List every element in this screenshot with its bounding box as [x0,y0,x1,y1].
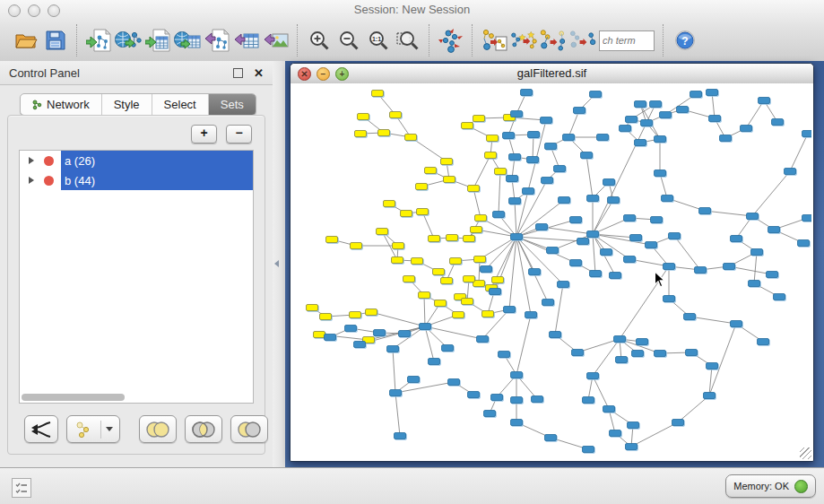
graph-node[interactable] [767,272,778,278]
graph-node[interactable] [570,217,582,223]
graph-node-selected[interactable] [405,135,417,141]
graph-node[interactable] [503,133,515,139]
add-set-button[interactable]: + [191,125,217,143]
graph-node[interactable] [590,271,602,277]
graph-node[interactable] [749,281,760,287]
graph-node-selected[interactable] [393,243,404,249]
select-first-neighbors-button[interactable] [508,23,538,57]
graph-node[interactable] [616,357,628,363]
graph-node[interactable] [390,390,402,396]
graph-node[interactable] [686,350,698,356]
tab-select[interactable]: Select [152,94,208,115]
graph-node-selected[interactable] [464,276,475,282]
graph-node-selected[interactable] [384,201,395,207]
graph-node[interactable] [646,242,657,248]
graph-node[interactable] [603,179,615,186]
graph-node[interactable] [477,336,489,343]
graph-node[interactable] [525,312,537,318]
graph-node[interactable] [651,217,663,223]
graph-node[interactable] [704,393,716,399]
graph-node[interactable] [541,117,552,124]
graph-node[interactable] [655,136,666,143]
graph-node[interactable] [542,300,554,306]
tab-network[interactable]: Network [21,94,101,115]
graph-node[interactable] [325,335,336,341]
expand-arrow-icon[interactable] [29,157,34,164]
graph-node[interactable] [635,140,646,146]
graph-node-selected[interactable] [320,314,332,320]
graph-node[interactable] [768,227,780,233]
graph-node[interactable] [655,170,666,177]
graph-node[interactable] [511,234,523,240]
export-image-button[interactable] [261,23,291,57]
graph-node[interactable] [684,314,696,320]
open-session-button[interactable] [11,23,40,57]
graph-node[interactable] [547,248,559,254]
search-input[interactable] [599,30,655,51]
graph-node[interactable] [632,351,644,357]
graph-node[interactable] [590,91,602,98]
graph-node[interactable] [511,372,523,378]
graph-node-selected[interactable] [492,277,504,283]
graph-node[interactable] [550,332,561,338]
graph-node[interactable] [669,233,681,239]
hide-selection-button[interactable] [568,23,597,57]
graph-node-selected[interactable] [435,300,447,307]
graph-node[interactable] [399,331,411,337]
graph-node[interactable] [559,197,570,204]
graph-node-selected[interactable] [450,258,462,265]
graph-node-selected[interactable] [444,177,455,183]
graph-node[interactable] [662,196,673,202]
graph-node[interactable] [587,231,599,238]
set-row[interactable]: b (44) [20,170,253,190]
graph-node[interactable] [345,326,357,332]
graph-node[interactable] [802,215,812,222]
graph-node[interactable] [720,135,732,142]
apply-layout-button[interactable] [436,23,465,57]
graph-node[interactable] [747,213,759,220]
graph-node-selected[interactable] [416,184,428,190]
graph-node-selected[interactable] [412,258,423,265]
graph-node[interactable] [601,249,612,256]
panel-splitter[interactable] [273,61,286,468]
graph-node-selected[interactable] [372,91,384,97]
graph-node[interactable] [798,240,810,247]
graph-node[interactable] [635,101,646,108]
float-panel-icon[interactable] [233,68,243,78]
graph-node-selected[interactable] [417,209,429,215]
graph-node-selected[interactable] [358,114,369,120]
graph-node[interactable] [583,447,594,453]
graph-node-selected[interactable] [473,116,485,122]
difference-sets-button[interactable] [230,415,268,443]
expand-arrow-icon[interactable] [29,177,34,184]
graph-node[interactable] [509,198,521,204]
network-window-titlebar[interactable]: ✕ − + galFiltered.sif [291,64,813,84]
collapse-panel-arrow-icon[interactable] [274,260,279,267]
graph-node-selected[interactable] [378,130,390,136]
intersect-sets-button[interactable] [185,415,222,443]
graph-node[interactable] [603,406,615,413]
dropdown-caret-icon[interactable] [106,427,113,431]
graph-node[interactable] [758,339,769,345]
graph-node[interactable] [699,208,711,214]
graph-node[interactable] [608,197,620,204]
graph-node[interactable] [491,395,503,401]
graph-node[interactable] [707,90,718,96]
graph-node[interactable] [574,108,585,114]
graph-node[interactable] [759,98,770,104]
network-graph[interactable] [291,83,811,459]
graph-node-selected[interactable] [447,235,458,241]
graph-node[interactable] [664,296,675,302]
graph-node[interactable] [677,107,689,113]
graph-node[interactable] [731,236,742,242]
graph-node[interactable] [532,396,543,403]
graph-node-selected[interactable] [441,278,453,284]
graph-node-selected[interactable] [462,299,473,305]
create-set-from-selection-button[interactable] [66,415,120,443]
graph-node-selected[interactable] [392,257,403,264]
graph-node[interactable] [468,392,480,398]
graph-node[interactable] [626,444,638,450]
graph-node[interactable] [626,117,638,123]
import-table-file-button[interactable] [143,23,172,57]
network-window[interactable]: ✕ − + galFiltered.sif [290,63,814,462]
